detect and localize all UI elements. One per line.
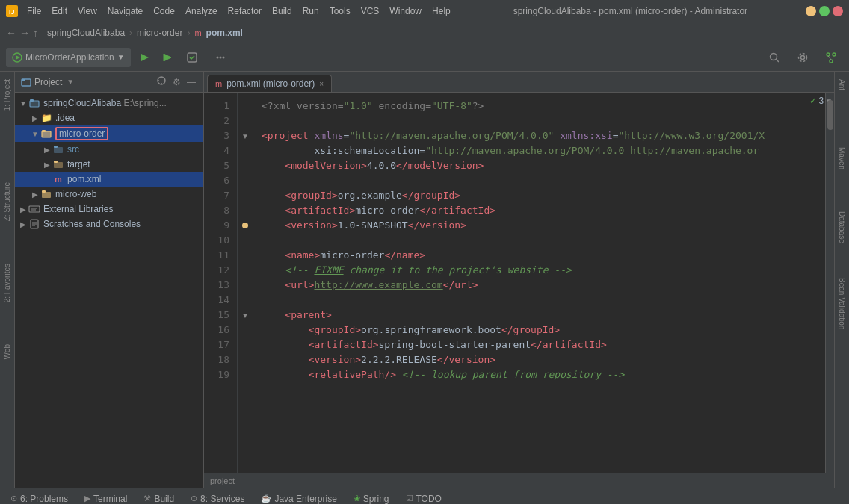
- tree-item-src[interactable]: ▶ src: [15, 142, 203, 157]
- code-line-2: [262, 113, 825, 128]
- tree-item-root[interactable]: ▼ springCloudAlibaba E:\spring...: [15, 96, 203, 111]
- menu-bar: File Edit View Navigate Code Analyze Ref…: [22, 4, 455, 18]
- gutter-line-4: [238, 143, 253, 158]
- tree-item-target[interactable]: ▶ target: [15, 157, 203, 172]
- bottom-tab-terminal[interactable]: ▶ Terminal: [77, 491, 135, 505]
- svg-rect-38: [29, 206, 40, 212]
- menu-analyze[interactable]: Analyze: [181, 4, 222, 18]
- project-settings-button[interactable]: ⚙: [171, 74, 182, 90]
- gutter-fold-15[interactable]: ▼: [238, 308, 253, 323]
- vcs-button[interactable]: [819, 48, 843, 67]
- run-configuration[interactable]: MicroOrderApplication ▼: [6, 48, 131, 67]
- menu-run[interactable]: Run: [298, 4, 324, 18]
- editor-tab-pom-xml[interactable]: m pom.xml (micro-order) ×: [207, 75, 332, 92]
- bottom-tab-spring[interactable]: ❀ Spring: [346, 491, 397, 505]
- project-locate-button[interactable]: [155, 74, 168, 90]
- nav-back-button[interactable]: ←: [6, 27, 16, 39]
- menu-help[interactable]: Help: [427, 4, 455, 18]
- gutter-line-18: [238, 352, 253, 367]
- gutter-fold-3[interactable]: ▼: [238, 128, 253, 143]
- code-line-11: <name>micro-order</name>: [262, 248, 825, 263]
- tree-item-pom-xml[interactable]: ▶ m pom.xml: [15, 172, 203, 187]
- tree-arrow-src: ▶: [42, 146, 52, 154]
- breadcrumb-module[interactable]: micro-order: [137, 28, 182, 38]
- more-run-button[interactable]: [209, 48, 232, 67]
- main-area: 1: Project Z: Structure 2: Favorites Web…: [0, 72, 849, 488]
- maximize-button[interactable]: [819, 6, 830, 16]
- tree-arrow-target: ▶: [42, 161, 52, 169]
- menu-view[interactable]: View: [73, 4, 102, 18]
- breadcrumb-file[interactable]: pom.xml: [206, 28, 243, 38]
- svg-rect-35: [54, 161, 58, 163]
- project-dropdown-arrow[interactable]: ▼: [67, 78, 74, 86]
- title-bar-title: springCloudAlibaba - pom.xml (micro-orde…: [513, 6, 747, 16]
- menu-file[interactable]: File: [22, 4, 46, 18]
- menu-refactor[interactable]: Refactor: [223, 4, 266, 18]
- pom-xml-icon: m: [52, 173, 64, 185]
- search-everywhere-button[interactable]: [762, 48, 786, 67]
- tree-item-ext-libs[interactable]: ▶ External Libraries: [15, 202, 203, 217]
- bottom-tabs: ⊙ 6: Problems ▶ Terminal ⚒ Build ⊙ 8: Se…: [0, 488, 849, 504]
- code-line-18: <version>2.2.2.RELEASE</version>: [262, 352, 825, 367]
- menu-window[interactable]: Window: [385, 4, 426, 18]
- bottom-tab-java-enterprise[interactable]: ☕ Java Enterprise: [253, 491, 344, 505]
- tree-item-micro-web[interactable]: ▶ micro-web: [15, 187, 203, 202]
- project-panel-actions: ⚙ —: [155, 74, 197, 90]
- close-button[interactable]: [833, 6, 843, 16]
- project-icon: [21, 77, 31, 87]
- editor-area: m pom.xml (micro-order) × 1 2 3 4 5 6 7 …: [204, 72, 834, 488]
- menu-tools[interactable]: Tools: [325, 4, 355, 18]
- bottom-tab-services[interactable]: ⊙ 8: Services: [183, 491, 252, 505]
- code-editor[interactable]: <?xml version="1.0" encoding="UTF-8"?> <…: [253, 93, 825, 473]
- scroll-thumb[interactable]: [827, 100, 833, 130]
- settings-button[interactable]: [791, 48, 815, 67]
- svg-point-11: [771, 53, 777, 60]
- bottom-tab-build[interactable]: ⚒ Build: [136, 491, 182, 505]
- gutter-line-1: [238, 99, 253, 113]
- sidebar-tab-structure[interactable]: Z: Structure: [1, 178, 13, 225]
- coverage-button[interactable]: [180, 48, 204, 67]
- menu-navigate[interactable]: Navigate: [103, 4, 147, 18]
- tree-item-idea[interactable]: ▶ 📁 .idea: [15, 111, 203, 125]
- breadcrumb-file-icon: m: [194, 28, 201, 37]
- code-line-12: <!-- FIXME change it to the project's we…: [262, 263, 825, 278]
- minimize-button[interactable]: [806, 6, 816, 16]
- gutter-line-2: [238, 113, 253, 128]
- problems-icon: ⊙: [10, 494, 17, 503]
- bottom-tab-problems[interactable]: ⊙ 6: Problems: [3, 491, 75, 505]
- project-collapse-button[interactable]: —: [185, 74, 197, 90]
- right-tab-maven[interactable]: Maven: [836, 143, 848, 174]
- tree-item-scratches[interactable]: ▶ Scratches and Consoles: [15, 217, 203, 231]
- toolbar: MicroOrderApplication ▼: [0, 43, 849, 72]
- menu-build[interactable]: Build: [268, 4, 297, 18]
- svg-marker-3: [16, 55, 20, 60]
- services-icon: ⊙: [191, 494, 197, 503]
- nav-forward-button[interactable]: →: [19, 27, 30, 39]
- breadcrumb-root[interactable]: springCloudAlibaba: [47, 28, 125, 38]
- menu-edit[interactable]: Edit: [47, 4, 72, 18]
- nav-up-button[interactable]: ↑: [33, 27, 38, 39]
- gutter-line-19: [238, 367, 253, 382]
- tab-close-button[interactable]: ×: [319, 80, 324, 88]
- sidebar-tab-web[interactable]: Web: [1, 340, 13, 364]
- code-line-13: <url>http://www.example.com</url>: [262, 278, 825, 293]
- tree-label-target: target: [67, 159, 90, 169]
- menu-code[interactable]: Code: [149, 4, 179, 18]
- scroll-indicator[interactable]: ✓ 3 ▼: [825, 93, 834, 473]
- debug-button[interactable]: [158, 49, 176, 66]
- sidebar-tab-project[interactable]: 1: Project: [1, 75, 13, 115]
- bottom-tab-todo[interactable]: ☑ TODO: [398, 491, 449, 505]
- sidebar-tab-favorites[interactable]: 2: Favorites: [1, 259, 13, 307]
- menu-vcs[interactable]: VCS: [356, 4, 384, 18]
- run-button[interactable]: [135, 49, 153, 66]
- editor-content: 1 2 3 4 5 6 7 8 9 10 11 12 13 14 15 16 1…: [204, 93, 834, 473]
- todo-icon: ☑: [406, 494, 413, 503]
- gutter-line-7: [238, 188, 253, 203]
- right-tab-ant[interactable]: Ant: [836, 75, 848, 95]
- spring-icon: ❀: [354, 494, 360, 503]
- svg-point-9: [219, 56, 221, 58]
- tree-item-micro-order[interactable]: ▼ micro-order: [15, 125, 203, 142]
- right-tab-database[interactable]: Database: [836, 207, 848, 248]
- right-tab-bean-validation[interactable]: Bean Validation: [836, 273, 848, 334]
- run-config-dropdown[interactable]: ▼: [117, 53, 125, 61]
